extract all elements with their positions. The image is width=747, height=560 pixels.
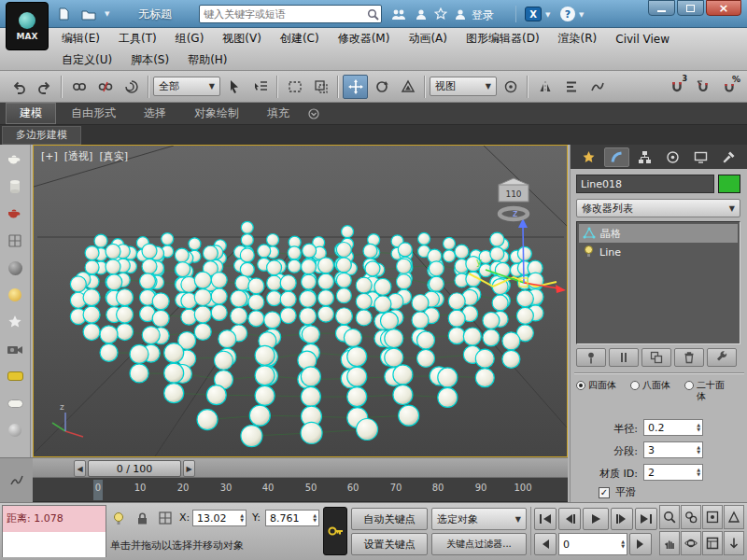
spinner-arrows-icon[interactable]: ▲▼ (313, 513, 317, 523)
snap-toggle-button[interactable]: 3 (664, 75, 689, 99)
menu-create[interactable]: 创建(C) (271, 28, 329, 49)
go-to-end-button[interactable] (635, 508, 657, 530)
object-name-field[interactable]: Line018 (576, 175, 714, 193)
previous-key-button[interactable] (558, 508, 581, 530)
stack-row-lattice[interactable]: 晶格 (579, 224, 738, 243)
zoom-all-button[interactable] (681, 505, 701, 529)
previous-frame-button[interactable] (534, 533, 557, 555)
menu-animation[interactable]: 动画(A) (399, 28, 457, 49)
prompt-bulb-icon[interactable] (108, 508, 129, 528)
rect-selection-region-button[interactable] (282, 75, 307, 99)
absolute-offset-toggle-icon[interactable] (155, 508, 176, 528)
link-button[interactable] (66, 75, 92, 99)
select-and-scale-button[interactable] (395, 75, 420, 99)
plane-icon[interactable] (3, 364, 27, 388)
teapot-icon[interactable] (3, 147, 27, 172)
selection-lock-icon[interactable] (132, 508, 152, 528)
menu-tools[interactable]: 工具(T) (109, 28, 166, 49)
undo-button[interactable] (6, 75, 31, 99)
x-coord-field[interactable]: 13.02▲▼ (192, 510, 247, 526)
use-center-button[interactable] (498, 75, 523, 99)
open-flyout-arrow-icon[interactable]: ▼ (105, 10, 109, 18)
ribbon-options-button[interactable] (304, 105, 323, 122)
track-bar[interactable]: 0 10 20 30 40 50 60 70 80 90 100 (33, 478, 568, 502)
light-icon[interactable] (3, 283, 27, 307)
select-and-move-button[interactable] (343, 75, 368, 99)
auto-key-button[interactable]: 自动关键点 (351, 508, 428, 530)
exchange-flyout-arrow-icon[interactable]: ▼ (545, 11, 550, 19)
open-file-icon[interactable] (78, 6, 99, 22)
spinner-arrows-icon[interactable]: ▲▼ (697, 423, 700, 432)
menu-modifiers[interactable]: 修改器(M) (329, 28, 400, 49)
dolly-button[interactable] (724, 531, 744, 555)
radius-spinner[interactable]: 0.2▲▼ (643, 419, 703, 436)
radio-tetrahedron[interactable]: 四面体 (576, 380, 630, 391)
viewport-menu-shading[interactable]: [真实] (99, 149, 128, 163)
configure-modifier-sets-button[interactable] (707, 348, 737, 367)
unlink-button[interactable] (92, 75, 118, 99)
selection-set-dropdown[interactable]: 选定对象▼ (431, 508, 527, 530)
next-frame-button[interactable] (629, 533, 652, 555)
zoom-extents-button[interactable] (702, 505, 723, 529)
tab-modify[interactable] (604, 147, 629, 167)
camera-icon[interactable] (3, 337, 27, 361)
menu-group[interactable]: 组(G) (166, 28, 214, 49)
show-end-result-button[interactable] (609, 348, 639, 367)
tab-utilities[interactable] (716, 147, 741, 167)
viewport-menu-general[interactable]: [+] (41, 150, 58, 162)
select-and-rotate-button[interactable] (369, 75, 394, 99)
radio-icosahedron[interactable]: 二十面体 (684, 380, 742, 402)
spinner-arrows-icon[interactable]: ▲▼ (621, 539, 625, 549)
search-icon[interactable] (364, 6, 381, 22)
angle-snap-button[interactable] (690, 75, 715, 99)
favorites-star-icon[interactable] (431, 6, 450, 22)
pan-hand-button[interactable] (659, 531, 680, 555)
viewport-canvas[interactable]: y z 110 z (34, 146, 567, 456)
subtab-polygon-modeling[interactable]: 多边形建模 (2, 126, 81, 145)
community-icon[interactable] (388, 6, 409, 22)
curve-editor-button[interactable] (585, 75, 610, 99)
zoom-button[interactable] (659, 505, 680, 529)
redo-button[interactable] (32, 75, 57, 99)
remove-modifier-button[interactable] (674, 348, 704, 367)
viewport[interactable]: y z 110 z [+] [透视] [真实] (33, 145, 568, 457)
macro-recorder-line[interactable]: 距离: 1.078 (3, 506, 106, 532)
time-slider-track[interactable]: ◀ 0 / 100 ▶ (33, 457, 568, 478)
ribbon-tab-selection[interactable]: 选择 (131, 103, 179, 124)
key-filters-button[interactable]: 关键点过滤器... (431, 533, 527, 555)
capsule-icon[interactable] (3, 391, 27, 415)
ribbon-tab-populate[interactable]: 填充 (254, 103, 303, 124)
time-slider-handle[interactable]: 0 / 100 (88, 460, 181, 477)
reference-coordinate-dropdown[interactable]: 视图▼ (430, 77, 497, 96)
sign-in-icon[interactable] (451, 6, 470, 22)
menu-views[interactable]: 视图(V) (213, 28, 271, 49)
stack-row-line[interactable]: Line (579, 243, 738, 261)
close-button[interactable]: × (706, 0, 741, 16)
percent-snap-button[interactable]: % (716, 75, 741, 99)
user-icon[interactable] (412, 6, 430, 22)
cylinder-icon[interactable] (3, 175, 27, 199)
maximize-viewport-button[interactable] (702, 531, 723, 555)
mini-curve-editor-button[interactable] (6, 471, 28, 490)
lattice-grid-icon[interactable] (3, 229, 27, 253)
red-teapot-icon[interactable] (3, 202, 27, 226)
listener-line[interactable] (3, 532, 106, 557)
search-input[interactable] (200, 8, 364, 21)
new-scene-icon[interactable] (54, 6, 73, 22)
modifier-stack[interactable]: 晶格 Line (576, 221, 740, 344)
orbit-button[interactable] (681, 531, 701, 555)
select-by-name-button[interactable] (247, 75, 273, 99)
sphere-icon[interactable] (3, 418, 27, 442)
tab-motion[interactable] (660, 147, 685, 167)
star-icon[interactable] (3, 310, 27, 334)
tab-create[interactable] (576, 147, 601, 167)
smooth-checkbox[interactable]: ✓ (599, 487, 610, 498)
tab-display[interactable] (688, 147, 713, 167)
spinner-arrows-icon[interactable]: ▲▼ (697, 445, 700, 455)
bind-spacewarp-button[interactable] (119, 75, 144, 99)
login-link[interactable]: 登录 (472, 7, 494, 23)
ribbon-tab-freeform[interactable]: 自由形式 (58, 103, 129, 124)
selection-filter-dropdown[interactable]: 全部▼ (153, 77, 220, 96)
make-unique-button[interactable] (641, 348, 671, 367)
play-button[interactable] (583, 508, 609, 530)
